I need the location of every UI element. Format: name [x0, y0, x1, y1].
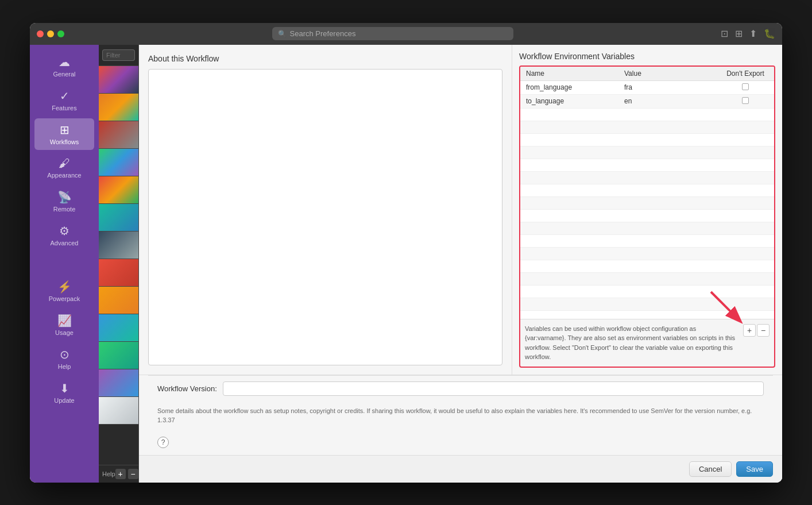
empty-row — [520, 210, 774, 222]
about-section: About this Workflow — [139, 45, 512, 375]
workflows-filter — [99, 45, 138, 66]
workflow-item[interactable] — [99, 94, 138, 121]
sidebar-item-features[interactable]: ✓ Features — [34, 84, 94, 116]
name-header: Name — [526, 70, 624, 78]
help-section: ? — [148, 432, 773, 455]
empty-row — [520, 222, 774, 235]
workflow-item[interactable] — [99, 204, 138, 232]
env-title: Workflow Environment Variables — [519, 52, 775, 61]
sidebar-item-label: General — [53, 71, 75, 78]
sidebar-item-usage[interactable]: 📈 Usage — [34, 309, 94, 341]
empty-row — [520, 121, 774, 134]
advanced-icon: ⚙ — [59, 224, 69, 238]
search-input[interactable] — [290, 29, 508, 38]
add-workflow-button[interactable]: + — [115, 469, 126, 479]
workflow-item[interactable] — [99, 232, 138, 259]
empty-row — [520, 159, 774, 172]
sidebar-item-label: Update — [54, 397, 74, 404]
empty-row — [520, 134, 774, 147]
sidebar-item-label: Advanced — [51, 240, 79, 246]
sidebar-item-label: Features — [52, 105, 76, 111]
env-add-remove: + − — [743, 324, 770, 337]
remove-workflow-button[interactable]: − — [128, 469, 138, 479]
filter-input[interactable] — [102, 49, 135, 61]
version-label: Workflow Version: — [157, 384, 217, 393]
empty-row — [520, 298, 774, 311]
workflow-item[interactable] — [99, 149, 138, 176]
titlebar-actions: ⊡ ⊞ ⬆ 🐛 — [721, 28, 775, 39]
version-input[interactable] — [223, 381, 764, 396]
maximize-button[interactable] — [57, 30, 64, 37]
about-title: About this Workflow — [148, 54, 502, 63]
workflows-icon: ⊞ — [60, 123, 69, 137]
sidebar-item-appearance[interactable]: 🖌 Appearance — [34, 152, 94, 183]
main-content: ☁ General ✓ Features ⊞ Workflows 🖌 Appea… — [30, 45, 782, 483]
env-section: Workflow Environment Variables — [512, 45, 782, 375]
help-button[interactable]: ? — [157, 437, 169, 448]
env-name-1: from_language — [526, 83, 624, 91]
workflow-item[interactable] — [99, 397, 138, 425]
titlebar: 🔍 ⊡ ⊞ ⬆ 🐛 — [30, 23, 782, 45]
cancel-button[interactable]: Cancel — [689, 461, 732, 477]
sidebar-item-help[interactable]: ⊙ Help — [34, 343, 94, 375]
description-text: Some details about the workflow such as … — [157, 407, 752, 424]
dialog-content: About this Workflow Workflow Environment… — [139, 45, 782, 375]
empty-row — [520, 273, 774, 286]
description-section: Some details about the workflow such as … — [148, 402, 773, 432]
empty-row — [520, 260, 774, 273]
workflow-item[interactable] — [99, 314, 138, 342]
version-section: Workflow Version: — [148, 375, 773, 402]
sidebar-item-advanced[interactable]: ⚙ Advanced — [34, 219, 94, 251]
env-name-2: to_language — [526, 97, 624, 105]
dont-export-checkbox-2[interactable] — [742, 97, 749, 104]
appearance-icon: 🖌 — [59, 157, 70, 170]
traffic-lights — [37, 30, 64, 37]
workflows-bottom: Help + − — [99, 465, 138, 483]
about-textarea[interactable] — [148, 69, 502, 365]
help-icon: ⊙ — [60, 348, 69, 361]
workflow-item[interactable] — [99, 66, 138, 94]
workflow-item[interactable] — [99, 259, 138, 287]
dialog-area: About this Workflow Workflow Environment… — [139, 45, 782, 483]
workflow-item[interactable] — [99, 369, 138, 397]
sidebar-item-label: Workflows — [50, 138, 79, 145]
general-icon: ☁ — [59, 55, 70, 69]
dont-export-checkbox-1[interactable] — [742, 83, 749, 90]
remove-env-button[interactable]: − — [757, 324, 770, 337]
sidebar: ☁ General ✓ Features ⊞ Workflows 🖌 Appea… — [30, 45, 99, 483]
empty-row — [520, 197, 774, 210]
workflow-item[interactable] — [99, 342, 138, 369]
close-button[interactable] — [37, 30, 44, 37]
env-table-header: Name Value Don't Export — [520, 67, 774, 81]
workflow-item[interactable] — [99, 121, 138, 149]
bottom-section: Workflow Version: Some details about the… — [139, 375, 782, 483]
sidebar-item-general[interactable]: ☁ General — [34, 51, 94, 82]
workflow-icon-1[interactable]: ⊡ — [721, 28, 728, 39]
bug-icon[interactable]: 🐛 — [764, 28, 775, 39]
search-bar[interactable]: 🔍 — [272, 27, 513, 40]
help-label[interactable]: Help — [102, 471, 115, 477]
save-button[interactable]: Save — [736, 461, 773, 477]
sidebar-item-workflows[interactable]: ⊞ Workflows — [34, 118, 94, 150]
features-icon: ✓ — [60, 89, 69, 103]
sidebar-item-label: Remote — [53, 206, 76, 213]
add-env-button[interactable]: + — [743, 324, 756, 337]
update-icon: ⬇ — [60, 381, 69, 395]
sidebar-item-remote[interactable]: 📡 Remote — [34, 186, 94, 217]
workflow-add-remove-buttons: + − — [115, 469, 138, 479]
empty-row — [520, 248, 774, 260]
sidebar-item-powerpack[interactable]: ⚡ Powerpack — [34, 275, 94, 307]
search-icon: 🔍 — [278, 30, 287, 38]
sidebar-item-update[interactable]: ⬇ Update — [34, 377, 94, 408]
env-value-2: en — [624, 97, 722, 105]
env-footer-text: Variables can be used within workflow ob… — [525, 324, 738, 362]
value-header: Value — [624, 70, 722, 78]
workflow-icon-2[interactable]: ⊞ — [735, 28, 743, 39]
workflow-item[interactable] — [99, 287, 138, 314]
workflows-list: Help + − — [99, 45, 139, 483]
minimize-button[interactable] — [47, 30, 54, 37]
workflow-icon-3[interactable]: ⬆ — [749, 28, 757, 39]
remote-icon: 📡 — [57, 190, 72, 204]
workflow-item[interactable] — [99, 176, 138, 204]
empty-row — [520, 172, 774, 184]
